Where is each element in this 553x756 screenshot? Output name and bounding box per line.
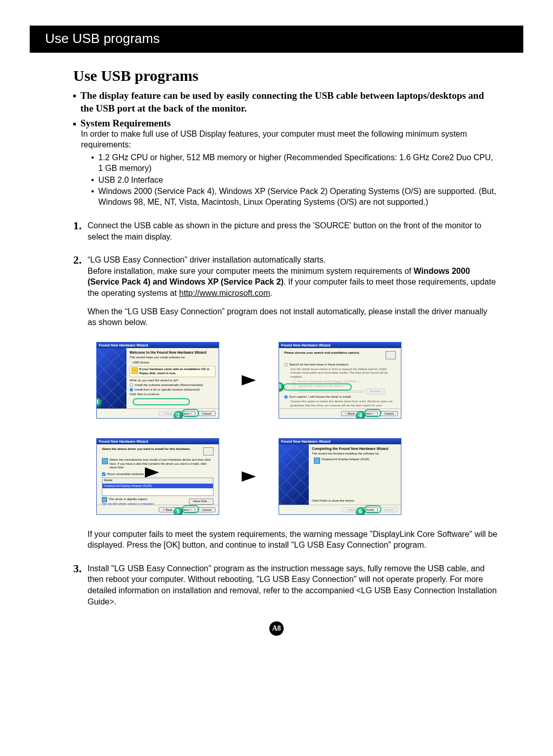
wizard-finish-hint: Click Finish to close the wizard. — [312, 499, 355, 503]
cancel-button: Cancel — [380, 507, 398, 512]
signed-icon — [102, 497, 107, 502]
callout-circle-2: 2 — [174, 411, 183, 419]
radio-dont-search[interactable]: Don't search. I will choose the driver t… — [284, 395, 396, 399]
wizard-done-text: The wizard has finished installing the s… — [312, 452, 398, 456]
intro-text: The display feature can be used by easil… — [80, 90, 484, 114]
wizard-step-1: Found New Hardware Wizard Welcome to the… — [96, 342, 219, 419]
device-icon — [102, 458, 108, 464]
intro-bullet: The display feature can be used by easil… — [73, 90, 498, 115]
list-item: USB 2.0 Interface — [91, 175, 498, 186]
wizard-select-desc: Select the manufacturer and model of you… — [110, 458, 214, 470]
step-2c: When the “LG USB Easy Connection” progra… — [88, 306, 498, 328]
step-2: 2. “LG USB Easy Connection” driver insta… — [73, 254, 498, 298]
step-2a: “LG USB Easy Connection” driver installa… — [88, 255, 326, 264]
wizard-opt1-desc: Use the check boxes below to limit or ex… — [290, 368, 396, 379]
wizard-titlebar: Found New Hardware Wizard — [279, 439, 401, 444]
header-bar: Use USB programs — [30, 26, 523, 53]
location-input — [299, 391, 364, 393]
callout-ring — [364, 505, 381, 513]
callout-ring — [182, 505, 199, 513]
wizard-side-graphic — [97, 348, 126, 408]
wizard-step-4: Found New Hardware Wizard Completing the… — [279, 438, 401, 515]
manual-page: Use USB programs Use USB programs The di… — [0, 0, 553, 656]
wizard-select-title: Select the device driver you want to ins… — [102, 447, 190, 456]
wizard-header-icon — [203, 447, 214, 456]
wizard-question: What do you want the wizard to do? — [130, 379, 216, 383]
wizard-hint: If your hardware came with an installati… — [139, 368, 214, 376]
wizard-hint-box: i If your hardware came with an installa… — [130, 366, 216, 377]
step-3-text: Install "LG USB Easy Connection" program… — [88, 564, 497, 606]
step-2b-post2: . — [270, 289, 272, 297]
cancel-button[interactable]: Cancel — [380, 411, 398, 416]
callout-circle-6: 6 — [356, 507, 365, 515]
wizard-step-2: Found New Hardware Wizard Please choose … — [279, 342, 401, 419]
wizard-side-graphic — [279, 444, 309, 505]
callout-ring — [283, 383, 352, 391]
arrow-right-icon — [228, 471, 269, 482]
sys-req-heading: System Requirements — [73, 118, 498, 129]
wizard-options-title: Please choose your search and installati… — [284, 351, 360, 355]
driver-listview[interactable]: Model DisplayLink Display Adapter (0120) — [102, 478, 214, 496]
wizard-titlebar: Found New Hardware Wizard — [97, 342, 219, 348]
wizard-titlebar: Found New Hardware Wizard — [97, 439, 219, 444]
wizard-welcome-title: Welcome to the Found New Hardware Wizard — [130, 350, 216, 355]
callout-ring — [182, 409, 199, 417]
page-number-badge: A8 — [269, 621, 284, 636]
browse-button: Browse — [366, 388, 385, 395]
info-icon: i — [132, 368, 138, 374]
callout-circle-4: 4 — [356, 411, 365, 419]
wizard-titlebar: Found New Hardware Wizard — [279, 342, 401, 348]
header-title: Use USB programs — [45, 31, 160, 46]
callout-circle-5: 5 — [174, 507, 183, 515]
sys-req-lead: In order to make full use of USB Display… — [81, 129, 467, 149]
list-item: 1.2 GHz CPU or higher, 512 MB memory or … — [91, 153, 498, 174]
sys-req-list: 1.2 GHz CPU or higher, 512 MB memory or … — [91, 153, 498, 208]
radio-advanced[interactable]: Install from a list or specific location… — [130, 388, 216, 392]
step-number: 2. — [73, 252, 82, 268]
device-icon — [314, 458, 320, 464]
listview-row[interactable]: DisplayLink Display Adapter (0120) — [102, 484, 213, 489]
driver-signed-text: This driver is digitally signed. — [109, 498, 148, 502]
step-1-text: Connect the USB cable as shown in the pi… — [88, 221, 481, 241]
step-2b-pre: Before installation, make sure your comp… — [88, 267, 414, 275]
wizard-grid: Found New Hardware Wizard Welcome to the… — [96, 339, 523, 517]
step-1: 1. Connect the USB cable as shown in the… — [73, 220, 498, 242]
step-number: 1. — [73, 218, 82, 233]
arrow-right-icon — [228, 375, 269, 385]
list-item: Windows 2000 (Service Pack 4), Windows X… — [91, 186, 498, 208]
cancel-button[interactable]: Cancel — [198, 411, 216, 416]
wizard-completing-title: Completing the Found New Hardware Wizard — [312, 446, 398, 451]
microsoft-link[interactable]: http://www.microsoft.com — [179, 289, 270, 297]
main-title: Use USB programs — [73, 67, 523, 84]
radio-search-best[interactable]: Search for the best driver in these loca… — [284, 363, 396, 367]
step-number: 3. — [73, 561, 82, 576]
radio-auto[interactable]: Install the software automatically (Reco… — [130, 383, 216, 387]
arrow-right-icon — [145, 467, 159, 478]
callout-ring — [133, 398, 190, 405]
step-3: 3. Install "LG USB Easy Connection" prog… — [73, 563, 498, 607]
wizard-text: This wizard helps you install software f… — [130, 356, 216, 360]
sys-req-body: In order to make full use of USB Display… — [81, 129, 498, 208]
have-disk-button[interactable]: Have Disk... — [189, 499, 214, 505]
warning-paragraph: If your computer fails to meet the syste… — [88, 529, 498, 551]
callout-ring — [364, 409, 381, 417]
wizard-header-icon — [386, 351, 396, 359]
listview-header: Model — [102, 478, 213, 484]
cancel-button[interactable]: Cancel — [198, 507, 216, 512]
wizard-device-name: DisplayLink Display Adapter (0120) — [322, 458, 369, 464]
wizard-continue: Click Next to continue. — [130, 393, 216, 397]
wizard-device: USB Device — [133, 361, 216, 365]
